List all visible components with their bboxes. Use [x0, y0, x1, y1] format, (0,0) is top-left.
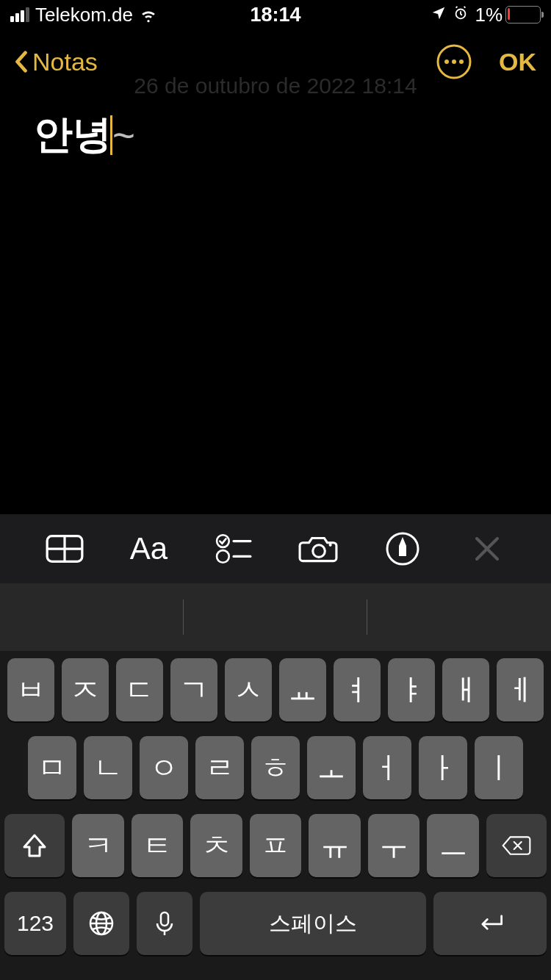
key-ㅡ[interactable]: ㅡ: [427, 814, 479, 877]
key-ㄴ[interactable]: ㄴ: [84, 736, 132, 799]
table-icon: [46, 534, 84, 563]
space-key[interactable]: 스페이스: [200, 892, 426, 955]
location-icon: [431, 4, 447, 26]
back-button[interactable]: Notas: [15, 48, 98, 76]
markup-button[interactable]: [382, 528, 423, 569]
key-ㅓ[interactable]: ㅓ: [363, 736, 411, 799]
key-ㄹ[interactable]: ㄹ: [195, 736, 244, 799]
backspace-icon: [502, 831, 531, 860]
battery-icon: [505, 6, 541, 24]
return-icon: [473, 912, 507, 934]
signal-icon: [10, 7, 29, 22]
key-ㅇ[interactable]: ㅇ: [140, 736, 188, 799]
svg-rect-22: [161, 912, 168, 926]
key-ㅐ[interactable]: ㅐ: [442, 658, 489, 721]
globe-key[interactable]: [73, 892, 129, 955]
carrier-label: Telekom.de: [35, 4, 133, 26]
suggestion-bar: [0, 583, 551, 651]
back-label: Notas: [32, 48, 98, 76]
svg-point-12: [312, 545, 325, 558]
wifi-icon: [139, 5, 158, 24]
key-ㅛ[interactable]: ㅛ: [279, 658, 326, 721]
alarm-icon: [453, 4, 469, 26]
battery-percent: 1%: [475, 4, 503, 26]
key-ㅗ[interactable]: ㅗ: [307, 736, 356, 799]
status-time: 18:14: [250, 4, 300, 26]
key-ㅅ[interactable]: ㅅ: [225, 658, 272, 721]
format-icon: Aa: [130, 531, 168, 566]
keyboard: ㅂㅈㄷㄱㅅㅛㅕㅑㅐㅔ ㅁㄴㅇㄹㅎㅗㅓㅏㅣ ㅋㅌㅊㅍㅠㅜㅡ 123 스페이스: [0, 651, 551, 980]
key-ㄱ[interactable]: ㄱ: [170, 658, 217, 721]
table-button[interactable]: [44, 528, 85, 569]
chevron-left-icon: [15, 51, 28, 73]
note-toolbar: Aa: [0, 514, 551, 583]
suggestion-1[interactable]: [0, 583, 184, 651]
globe-icon: [87, 909, 116, 938]
shift-key[interactable]: [4, 814, 65, 877]
key-ㅌ[interactable]: ㅌ: [132, 814, 184, 877]
svg-point-3: [452, 60, 456, 64]
suggestion-3[interactable]: [367, 583, 551, 651]
camera-button[interactable]: [298, 528, 339, 569]
status-bar: Telekom.de 18:14 1%: [0, 0, 551, 29]
suggestion-2[interactable]: [184, 583, 367, 651]
pen-circle-icon: [385, 531, 420, 566]
backspace-key[interactable]: [486, 814, 547, 877]
svg-point-10: [217, 550, 229, 563]
key-ㄷ[interactable]: ㄷ: [116, 658, 163, 721]
close-toolbar-button[interactable]: [467, 528, 508, 569]
key-ㅂ[interactable]: ㅂ: [7, 658, 54, 721]
key-ㅠ[interactable]: ㅠ: [309, 814, 361, 877]
mic-icon: [150, 909, 179, 938]
key-ㅎ[interactable]: ㅎ: [251, 736, 300, 799]
key-ㅊ[interactable]: ㅊ: [190, 814, 242, 877]
note-content-after: ~: [112, 113, 135, 158]
key-ㅁ[interactable]: ㅁ: [28, 736, 76, 799]
key-ㅋ[interactable]: ㅋ: [72, 814, 124, 877]
note-content: 안녕: [34, 109, 112, 162]
return-key[interactable]: [433, 892, 547, 955]
svg-point-13: [328, 544, 331, 547]
nav-bar: 26 de outubro de 2022 18:14 Notas OK: [0, 29, 551, 94]
checklist-icon: [215, 533, 252, 564]
key-ㅏ[interactable]: ㅏ: [419, 736, 467, 799]
key-ㅜ[interactable]: ㅜ: [368, 814, 420, 877]
key-ㅈ[interactable]: ㅈ: [62, 658, 109, 721]
format-button[interactable]: Aa: [129, 528, 170, 569]
note-editor[interactable]: 안녕~: [0, 94, 551, 176]
close-icon: [472, 534, 502, 563]
key-ㅕ[interactable]: ㅕ: [334, 658, 381, 721]
dictation-key[interactable]: [137, 892, 192, 955]
svg-point-4: [459, 60, 464, 64]
key-ㅣ[interactable]: ㅣ: [475, 736, 523, 799]
done-button[interactable]: OK: [499, 48, 536, 76]
key-ㅔ[interactable]: ㅔ: [497, 658, 544, 721]
key-ㅑ[interactable]: ㅑ: [388, 658, 435, 721]
checklist-button[interactable]: [213, 528, 254, 569]
shift-icon: [20, 831, 49, 860]
svg-point-2: [444, 60, 449, 64]
camera-icon: [298, 533, 338, 564]
numeric-key[interactable]: 123: [4, 892, 66, 955]
key-ㅍ[interactable]: ㅍ: [250, 814, 302, 877]
